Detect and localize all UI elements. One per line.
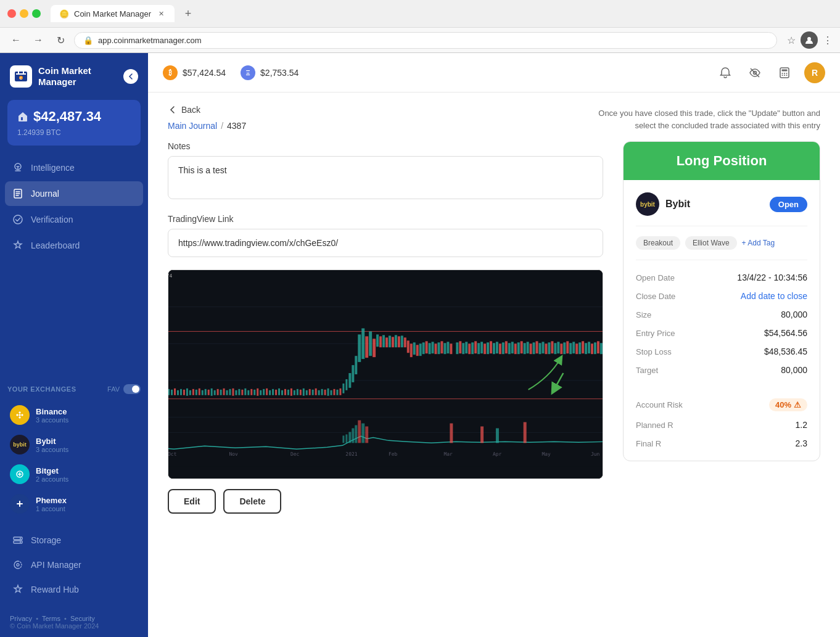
hide-icon[interactable] [745, 63, 765, 83]
exchange-phemex[interactable]: Phemex 1 account [7, 489, 141, 519]
svg-rect-144 [471, 342, 474, 354]
binance-logo [10, 405, 30, 425]
svg-rect-88 [294, 390, 295, 395]
trade-panel-header: Long Position [624, 142, 820, 180]
delete-button[interactable]: Delete [223, 489, 281, 514]
svg-rect-214 [450, 424, 453, 443]
svg-rect-139 [456, 342, 458, 354]
profile-avatar-chrome[interactable] [801, 31, 818, 49]
sidebar-item-intelligence[interactable]: Intelligence [5, 155, 143, 180]
refresh-button[interactable]: ↻ [52, 31, 69, 49]
exchange-bitget[interactable]: Bitget 2 accounts [7, 459, 141, 489]
svg-rect-4 [21, 117, 23, 120]
svg-rect-107 [352, 365, 354, 382]
svg-rect-217 [496, 428, 499, 443]
minimize-window-button[interactable] [20, 9, 28, 18]
edit-button[interactable]: Edit [168, 489, 216, 514]
tab-close-button[interactable]: ✕ [156, 9, 166, 18]
footer-privacy-link[interactable]: Privacy [10, 615, 32, 622]
svg-rect-150 [490, 341, 492, 353]
stop-loss-value: $48,536.45 [764, 347, 807, 356]
notes-label: Notes [168, 141, 603, 151]
svg-rect-63 [217, 389, 219, 395]
svg-rect-101 [334, 389, 336, 395]
add-tag-button[interactable]: + Add Tag [742, 239, 775, 247]
eth-price-item: Ξ $2,753.54 [241, 65, 299, 80]
svg-rect-76 [257, 388, 258, 396]
svg-rect-183 [591, 343, 593, 354]
sidebar-item-reward-hub[interactable]: Reward Hub [5, 578, 143, 601]
svg-rect-133 [435, 343, 437, 354]
forward-navigation-button[interactable]: → [30, 31, 47, 49]
back-button[interactable]: Back [168, 105, 246, 115]
trade-panel-body: bybit Bybit Open Breakout Elliot Wave [624, 180, 820, 461]
back-navigation-button[interactable]: ← [7, 31, 25, 49]
chrome-menu-icon[interactable]: ⋮ [823, 35, 833, 46]
address-bar[interactable]: 🔒 app.coinmarketmanager.com [74, 32, 777, 49]
bookmark-icon[interactable]: ☆ [787, 35, 796, 46]
footer-security-link[interactable]: Security [70, 615, 95, 622]
topbar-actions: R [715, 62, 825, 83]
breadcrumb-separator: / [221, 121, 223, 131]
svg-rect-71 [241, 390, 243, 395]
svg-rect-211 [358, 421, 361, 443]
svg-rect-47 [168, 389, 170, 395]
sidebar-item-api-manager[interactable]: API Manager [5, 553, 143, 577]
new-tab-button[interactable]: + [179, 5, 197, 22]
footer-terms-link[interactable]: Terms [42, 615, 60, 622]
toggle-switch[interactable] [123, 384, 141, 394]
topbar: ₿ $57,424.54 Ξ $2,753.54 [148, 53, 840, 92]
svg-rect-170 [551, 341, 553, 353]
svg-rect-126 [413, 342, 416, 355]
maximize-window-button[interactable] [32, 9, 41, 18]
svg-rect-181 [585, 343, 587, 354]
svg-rect-146 [477, 343, 480, 354]
exchange-binance[interactable]: Binance 3 accounts [7, 400, 141, 430]
tradingview-input[interactable] [168, 229, 603, 257]
svg-rect-161 [524, 343, 526, 354]
bybit-logo: bybit [10, 435, 30, 454]
sidebar-item-storage[interactable]: Storage [5, 528, 143, 552]
sidebar-collapse-button[interactable] [123, 69, 138, 84]
journal-label: Journal [31, 189, 59, 199]
final-r-value: 2.3 [796, 438, 807, 448]
exchange-bybit[interactable]: bybit Bybit 3 accounts [7, 430, 141, 459]
main-content: ₿ $57,424.54 Ξ $2,753.54 [148, 53, 840, 637]
svg-rect-105 [345, 379, 347, 390]
close-date-value[interactable]: Add date to close [741, 291, 807, 301]
svg-text:Mar: Mar [443, 451, 453, 457]
api-manager-icon [12, 559, 23, 570]
fav-toggle[interactable]: FAV [107, 384, 141, 394]
svg-point-16 [782, 73, 783, 74]
svg-rect-156 [508, 343, 511, 354]
user-avatar-button[interactable]: R [804, 62, 825, 83]
stop-loss-row: Stop Loss $48,536.45 [636, 347, 807, 356]
sidebar-item-journal[interactable]: Journal [5, 181, 143, 206]
calculator-icon[interactable] [775, 63, 794, 83]
svg-rect-87 [290, 388, 292, 396]
planned-r-row: Planned R 1.2 [636, 420, 807, 430]
sidebar-footer: Privacy • Terms • Security © Coin Market… [0, 607, 148, 637]
svg-rect-96 [318, 390, 320, 395]
action-buttons: Edit Delete [168, 489, 603, 514]
browser-tab[interactable]: 🪙 Coin Market Manager ✕ [51, 5, 175, 22]
svg-rect-61 [211, 388, 213, 396]
svg-rect-106 [348, 373, 351, 388]
svg-rect-175 [566, 341, 569, 353]
svg-rect-100 [331, 390, 332, 395]
notes-section: Notes This is a test [168, 141, 603, 202]
back-arrow-icon [168, 105, 178, 115]
notes-input[interactable]: This is a test [168, 156, 603, 199]
url-text: app.coinmarketmanager.com [98, 36, 202, 45]
svg-rect-180 [582, 341, 584, 353]
notifications-button[interactable] [715, 63, 735, 83]
svg-rect-109 [358, 334, 361, 362]
size-label: Size [636, 310, 651, 319]
svg-rect-182 [588, 342, 590, 353]
breadcrumb-parent[interactable]: Main Journal [168, 121, 217, 131]
svg-rect-124 [407, 340, 410, 353]
svg-rect-134 [438, 342, 440, 354]
close-window-button[interactable] [7, 9, 16, 18]
sidebar-item-verification[interactable]: Verification [5, 207, 143, 232]
sidebar-item-leaderboard[interactable]: Leaderboard [5, 233, 143, 258]
